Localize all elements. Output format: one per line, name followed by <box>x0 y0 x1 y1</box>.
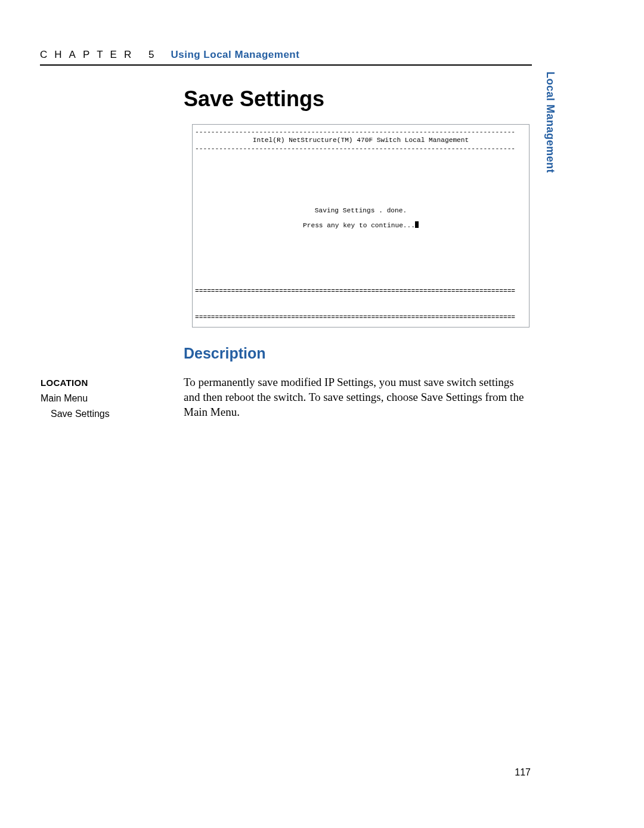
location-heading: LOCATION <box>41 378 88 388</box>
terminal-line: Press any key to continue... <box>193 221 529 229</box>
cursor-icon <box>415 221 419 228</box>
page-title: Save Settings <box>184 86 324 112</box>
body-paragraph: To permanently save modified IP Settings… <box>184 375 532 419</box>
terminal-title: Intel(R) NetStructure(TM) 470F Switch Lo… <box>193 137 529 144</box>
terminal-text: Press any key to continue... <box>303 222 415 229</box>
terminal-rule: ----------------------------------------… <box>195 145 527 152</box>
location-item: Save Settings <box>51 409 110 419</box>
terminal-line: Saving Settings . done. <box>193 207 529 214</box>
terminal-rule: ----------------------------------------… <box>195 128 527 135</box>
side-tab-label: Local Management <box>544 72 556 173</box>
chapter-title: Using Local Management <box>171 49 299 60</box>
location-item: Main Menu <box>41 393 88 404</box>
terminal-rule: ========================================… <box>195 314 527 321</box>
page-number: 117 <box>515 767 531 778</box>
page: CHAPTER 5 Using Local Management Local M… <box>0 0 644 828</box>
running-header: CHAPTER 5 Using Local Management <box>40 49 532 66</box>
side-tab: Local Management <box>542 72 556 203</box>
chapter-label: CHAPTER 5 <box>40 49 161 60</box>
terminal-screenshot: ----------------------------------------… <box>192 124 530 328</box>
section-heading: Description <box>184 345 266 362</box>
terminal-rule: ========================================… <box>195 288 527 295</box>
